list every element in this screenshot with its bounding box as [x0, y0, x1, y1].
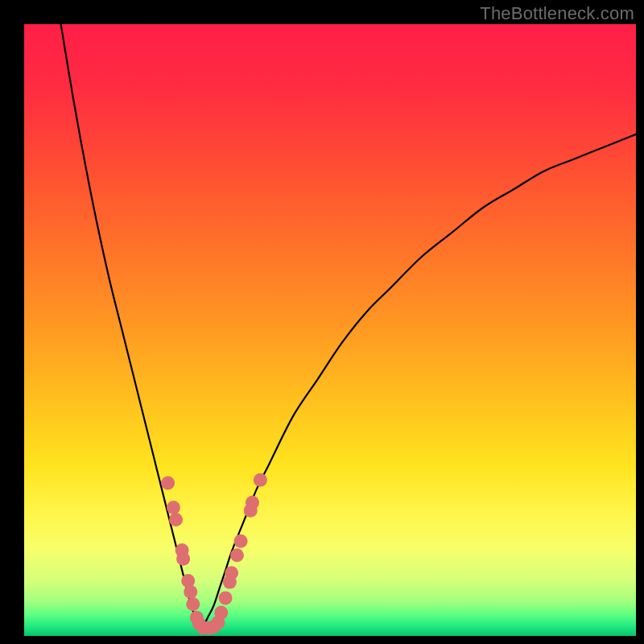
highlight-dot [214, 606, 228, 620]
highlight-dot [169, 513, 183, 526]
highlight-dot [246, 496, 259, 510]
highlight-dot [219, 591, 233, 605]
attribution-text: TheBottleneck.com [480, 3, 634, 24]
curve-right-branch [201, 134, 636, 630]
highlight-dot [176, 552, 190, 566]
highlight-dot [254, 473, 267, 487]
highlight-dot [167, 501, 180, 514]
plot-area [24, 24, 636, 636]
highlight-dot [161, 477, 175, 490]
highlight-dot [184, 585, 197, 599]
highlight-dot [186, 597, 200, 611]
highlight-dot [225, 566, 238, 580]
curve-left-branch [61, 24, 202, 630]
highlight-dot [234, 535, 248, 548]
highlight-dot [230, 548, 244, 562]
chart-frame: TheBottleneck.com [0, 0, 644, 644]
highlighted-points [161, 473, 267, 635]
curve-layer [24, 24, 636, 636]
